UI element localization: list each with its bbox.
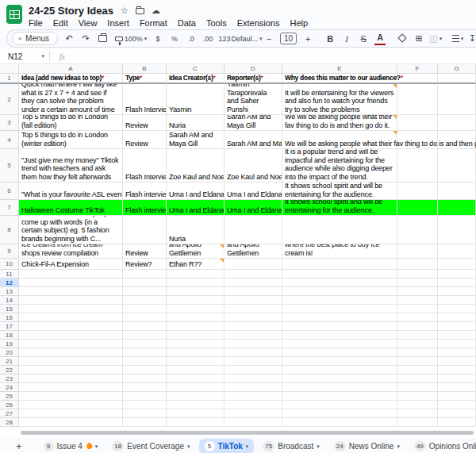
cell-C22[interactable] [167,366,225,374]
cell-G2[interactable] [438,84,476,115]
column-header-E[interactable]: E [282,64,397,74]
sheet-tab-opinions-online[interactable]: 49Opinions Online▾ [409,439,476,453]
cell-A4[interactable]: Top 5 things to do in London (winter edi… [19,131,123,149]
cell-B9[interactable]: Review [123,244,167,259]
cell-B26[interactable] [123,401,167,409]
cell-A14[interactable] [19,296,123,305]
cell-G23[interactable] [438,374,476,383]
cell-F6[interactable] [397,182,438,200]
cell-F25[interactable] [397,392,438,401]
cell-F2[interactable] [397,84,438,115]
cell-E14[interactable] [282,296,397,305]
cell-B19[interactable] [123,340,167,348]
cell-A25[interactable] [19,392,123,401]
cell-A6[interactable]: "What is your favourite ASL event? [19,182,123,200]
cell-B21[interactable] [123,357,167,366]
cell-G17[interactable] [438,322,476,331]
cell-B7[interactable]: Flash interview [123,200,167,216]
cell-F14[interactable] [397,296,438,305]
row-header-18[interactable]: 18 [0,331,19,340]
cell-A5[interactable]: "Just give me my money" Tiktok trend wit… [19,149,123,182]
cell-G15[interactable] [438,305,476,313]
cell-D12[interactable] [225,278,282,287]
select-all-corner[interactable] [0,64,19,74]
cell-B1[interactable]: Type* [123,74,167,84]
column-header-A[interactable]: A [19,64,123,74]
row-header-26[interactable]: 26 [0,401,19,409]
cell-A13[interactable] [19,287,123,296]
cell-E15[interactable] [282,305,397,313]
cell-A26[interactable] [19,401,123,409]
cell-C27[interactable] [167,409,225,418]
cell-E1[interactable]: Why does this matter to our audience?* [282,74,397,84]
row-header-6[interactable]: 6 [0,182,19,200]
cell-C24[interactable] [167,383,225,392]
row-header-8[interactable]: 8 [0,216,19,244]
decrease-font-button[interactable]: − [263,33,274,45]
cell-D5[interactable]: Zoe Kaul and Noelle [225,149,282,182]
cell-E26[interactable] [282,401,397,409]
cell-D15[interactable] [225,305,282,313]
cell-G11[interactable] [438,270,476,278]
row-header-17[interactable]: 17 [0,322,19,331]
cell-F24[interactable] [397,383,438,392]
cell-A22[interactable] [19,366,123,374]
sheet-tab-issue-4[interactable]: 9Issue 4▾ [38,439,104,453]
add-sheet-button[interactable]: + [16,440,22,452]
cell-A23[interactable] [19,374,123,383]
increase-font-button[interactable]: + [302,33,313,45]
cell-D24[interactable] [225,383,282,392]
borders-button[interactable]: ⊞ [413,33,424,45]
cell-A19[interactable] [19,340,123,348]
merge-cells-button[interactable]: ◫ [430,33,441,45]
column-header-F[interactable]: F [397,64,438,74]
cell-D10[interactable] [225,259,282,270]
cell-E20[interactable] [282,348,397,357]
row-header-27[interactable]: 27 [0,409,19,418]
column-header-D[interactable]: D [225,64,282,74]
cell-A27[interactable] [19,409,123,418]
cell-B17[interactable] [123,322,167,331]
row-header-5[interactable]: 5 [0,149,19,182]
cell-G1[interactable] [438,74,476,84]
cell-G9[interactable] [438,244,476,259]
cell-A28[interactable] [19,418,123,427]
cell-G8[interactable] [438,216,476,244]
cell-A24[interactable] [19,383,123,392]
cell-G25[interactable] [438,392,476,401]
cell-D14[interactable] [225,296,282,305]
cell-C3[interactable]: Nuria [167,115,225,131]
row-header-11[interactable]: 11 [0,270,19,278]
name-box[interactable]: N12▾ [8,52,49,61]
row-header-14[interactable]: 14 [0,296,19,305]
cell-D6[interactable]: Uma I and Eldana H [225,182,282,200]
print-button[interactable] [97,33,108,45]
vertical-align-button[interactable]: ↧ [469,33,476,45]
cell-C11[interactable] [167,270,225,278]
cell-G27[interactable] [438,409,476,418]
cell-B23[interactable] [123,374,167,383]
cell-A9[interactable]: Ice creams from ice cream shops review c… [19,244,123,259]
cell-C17[interactable] [167,322,225,331]
cell-D7[interactable]: Uma I and Eldana H [225,200,282,216]
menu-item-tools[interactable]: Tools [206,18,227,28]
cell-D20[interactable] [225,348,282,357]
cell-E18[interactable] [282,331,397,340]
cell-F20[interactable] [397,348,438,357]
cell-A11[interactable] [19,270,123,278]
cell-C12[interactable] [167,278,225,287]
tab-menu-caret-icon[interactable]: ▾ [317,443,320,450]
column-header-G[interactable]: G [438,64,476,74]
cell-B16[interactable] [123,313,167,322]
horizontal-scrollbar-thumb[interactable] [21,431,474,435]
cell-A16[interactable] [19,313,123,322]
menu-item-insert[interactable]: Insert [107,18,129,28]
cell-A8[interactable]: Pick a letter have have people come up w… [19,216,123,244]
cell-C5[interactable]: Zoe Kaul and Noelle [167,149,225,182]
cell-G10[interactable] [438,259,476,270]
all-sheets-button[interactable] [25,440,35,453]
cell-B8[interactable] [123,216,167,244]
cell-A18[interactable] [19,331,123,340]
sheet-tab-event-coverage[interactable]: 18Event Coverage▾ [106,439,195,453]
cell-C16[interactable] [167,313,225,322]
